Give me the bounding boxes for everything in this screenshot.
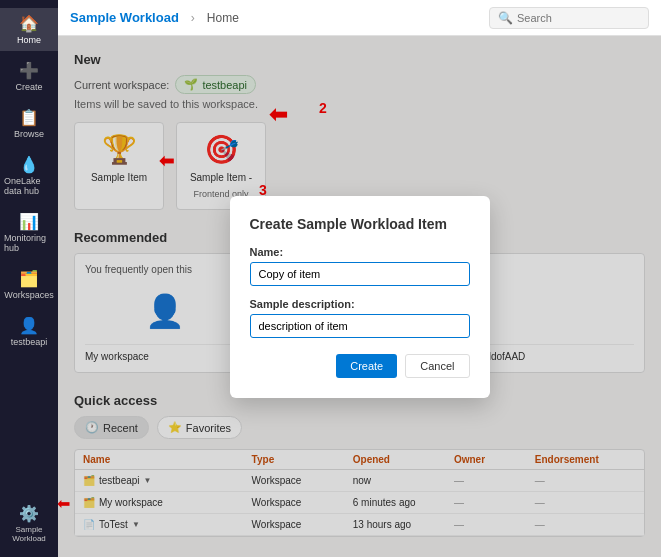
sidebar-item-onelake[interactable]: 💧 OneLake data hub <box>0 149 58 202</box>
search-box[interactable]: 🔍 <box>489 7 649 29</box>
onelake-icon: 💧 <box>19 155 39 174</box>
dialog-desc-label: Sample description: <box>250 298 470 310</box>
main-area: Sample Workload › Home 🔍 New Current wor… <box>58 0 661 557</box>
create-button[interactable]: Create <box>336 354 397 378</box>
dialog-actions: Create Cancel <box>250 354 470 378</box>
search-icon: 🔍 <box>498 11 513 25</box>
cancel-button[interactable]: Cancel <box>405 354 469 378</box>
dialog-name-input[interactable] <box>250 262 470 286</box>
sidebar-item-workspaces[interactable]: 🗂️ Workspaces <box>0 263 58 306</box>
create-icon: ➕ <box>19 61 39 80</box>
workspaces-icon: 🗂️ <box>19 269 39 288</box>
content-area: New Current workspace: 🌱 testbeapi Items… <box>58 36 661 557</box>
dialog-overlay: Create Sample Workload Item Name: Sample… <box>58 36 661 557</box>
topbar: Sample Workload › Home 🔍 <box>58 0 661 36</box>
user-icon: 👤 <box>19 316 39 335</box>
topbar-separator: › <box>191 11 195 25</box>
dialog-name-label: Name: <box>250 246 470 258</box>
sidebar-item-home[interactable]: 🏠 Home <box>0 8 58 51</box>
topbar-home[interactable]: Home <box>207 11 239 25</box>
browse-icon: 📋 <box>19 108 39 127</box>
monitoring-icon: 📊 <box>19 212 39 231</box>
sidebar-item-monitoring[interactable]: 📊 Monitoring hub <box>0 206 58 259</box>
sidebar-item-browse[interactable]: 📋 Browse <box>0 102 58 145</box>
topbar-title: Sample Workload <box>70 10 179 25</box>
sample-workload-icon: ⚙️ <box>19 504 39 523</box>
create-dialog: Create Sample Workload Item Name: Sample… <box>230 196 490 398</box>
dialog-title: Create Sample Workload Item <box>250 216 470 232</box>
home-icon: 🏠 <box>19 14 39 33</box>
sidebar-item-sample-workload[interactable]: ⚙️ Sample Workload <box>0 498 58 549</box>
sidebar-item-create[interactable]: ➕ Create <box>0 55 58 98</box>
sidebar: 🏠 Home ➕ Create 📋 Browse 💧 OneLake data … <box>0 0 58 557</box>
search-input[interactable] <box>517 12 640 24</box>
sidebar-item-testbeapi[interactable]: 👤 testbeapi <box>0 310 58 353</box>
dialog-desc-input[interactable] <box>250 314 470 338</box>
